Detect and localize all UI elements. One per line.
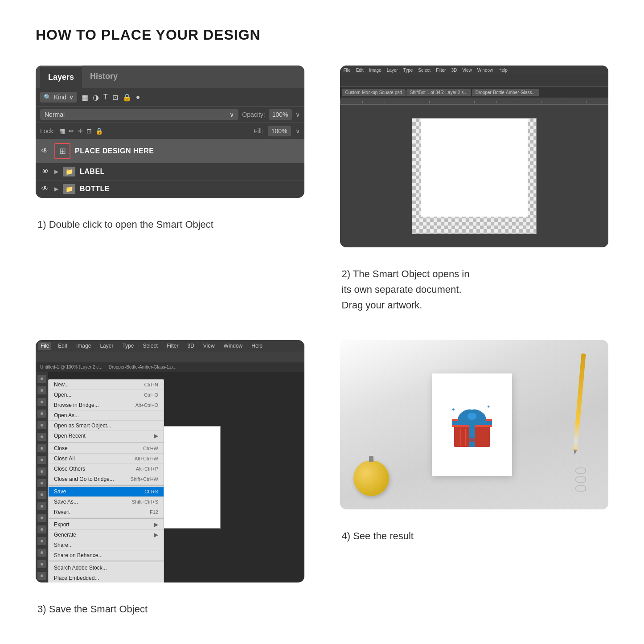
kind-dropdown[interactable]: 🔍 Kind ∨ (40, 92, 77, 103)
pixel-filter-icon[interactable]: ▦ (82, 93, 88, 102)
fm-tab-dropper[interactable]: Dropper-Bottle-Amber-Glass-1.p... (106, 364, 179, 370)
menu-item-label: Share on Behance... (54, 552, 103, 558)
tool-pen[interactable] (37, 514, 46, 522)
fm-menu-help[interactable]: Help (249, 342, 265, 350)
menu-image[interactable]: Image (369, 68, 381, 73)
menu-edit[interactable]: Edit (356, 68, 364, 73)
menu-select[interactable]: Select (418, 68, 431, 73)
fm-menu-select[interactable]: Select (140, 342, 160, 350)
menu-3d[interactable]: 3D (451, 68, 457, 73)
tool-move[interactable] (37, 375, 46, 383)
tool-brush[interactable] (37, 444, 46, 452)
fm-menu-image[interactable]: Image (74, 342, 93, 350)
lock-move-icon[interactable]: ✛ (78, 127, 83, 135)
fm-tab-untitled[interactable]: Untitled-1 @ 100% (Layer 2 c... (37, 364, 105, 370)
paperclip-2 (575, 476, 586, 483)
layer-item-bottle[interactable]: 👁 ▶ 📁 BOTTLE (36, 180, 304, 198)
layers-panel: Layers History 🔍 Kind ∨ ▦ ◑ T ⊡ � (36, 66, 304, 198)
eye-icon-layer2[interactable]: 👁 (40, 167, 50, 176)
lock-pixels-icon[interactable]: ▦ (59, 127, 65, 135)
menu-file[interactable]: File (344, 68, 351, 73)
tool-heal[interactable] (37, 433, 46, 441)
menu-window[interactable]: Window (477, 68, 493, 73)
layer-item-label[interactable]: 👁 ▶ 📁 LABEL (36, 163, 304, 180)
menu-item-open-recent[interactable]: Open Recent ▶ (49, 431, 164, 441)
menu-item-close-others[interactable]: Close Others Alt+Ctrl+P (49, 464, 164, 474)
tool-crop[interactable] (37, 410, 46, 418)
menu-item-close-all[interactable]: Close All Alt+Ctrl+W (49, 454, 164, 464)
lock-paint-icon[interactable]: ✏ (69, 127, 74, 135)
fm-menu-type[interactable]: Type (120, 342, 136, 350)
menu-item-search-stock[interactable]: Search Adobe Stock... (49, 563, 164, 573)
tool-gradient[interactable] (37, 491, 46, 499)
eye-icon-layer3[interactable]: 👁 (40, 184, 50, 194)
history-tab[interactable]: History (82, 66, 126, 88)
menu-item-browse[interactable]: Browse in Bridge... Alt+Ctrl+O (49, 400, 164, 410)
menu-item-save[interactable]: Save Ctrl+S (49, 487, 164, 497)
layers-tab[interactable]: Layers (40, 66, 82, 88)
tool-type[interactable] (37, 525, 46, 533)
fm-menu-filter[interactable]: Filter (164, 342, 181, 350)
step-3-cell: File Edit Image Layer Type Select Filter… (36, 340, 304, 617)
menu-item-open-smart[interactable]: Open as Smart Object... (49, 421, 164, 431)
menu-item-open[interactable]: Open... Ctrl+O (49, 390, 164, 400)
tool-dodge[interactable] (37, 502, 46, 510)
fm-menu-window[interactable]: Window (222, 342, 245, 350)
opacity-label: Opacity: (242, 111, 265, 118)
filter-toggle-icon[interactable]: ● (136, 93, 140, 101)
tool-history-brush[interactable] (37, 468, 46, 476)
tool-zoom[interactable] (37, 572, 46, 580)
smart-filter-icon[interactable]: 🔒 (123, 93, 131, 102)
expand-arrow-layer3[interactable]: ▶ (54, 186, 58, 192)
tool-lasso[interactable] (37, 398, 46, 406)
lock-artboard-icon[interactable]: ⊡ (86, 127, 92, 135)
menu-item-close[interactable]: Close Ctrl+W (49, 443, 164, 454)
fill-value[interactable]: 100% (268, 126, 291, 136)
layers-tabs: Layers History (36, 66, 304, 88)
fm-menu-view[interactable]: View (201, 342, 217, 350)
menu-item-new[interactable]: New... Ctrl+N (49, 380, 164, 390)
tool-eraser[interactable] (37, 479, 46, 487)
layer-item-place-design[interactable]: 👁 ⊞ PLACE DESIGN HERE (36, 139, 304, 163)
lock-all-icon[interactable]: 🔒 (95, 127, 103, 135)
type-filter-icon[interactable]: T (103, 93, 108, 101)
menu-type[interactable]: Type (403, 68, 413, 73)
tool-select[interactable] (37, 386, 46, 394)
blend-mode-dropdown[interactable]: Normal ∨ (40, 109, 238, 120)
tool-eyedrop[interactable] (37, 421, 46, 429)
menu-help[interactable]: Help (498, 68, 508, 73)
shortcut-close-bridge: Shift+Ctrl+W (131, 476, 158, 482)
fm-menu-layer[interactable]: Layer (98, 342, 115, 350)
menu-layer[interactable]: Layer (387, 68, 398, 73)
eye-icon-layer1[interactable]: 👁 (40, 146, 50, 156)
ps-tab-dropper[interactable]: Dropper-Bottle-Amber-Glass... (472, 89, 539, 96)
menu-item-save-as[interactable]: Save As... Shift+Ctrl+S (49, 497, 164, 507)
menu-item-label: Save (54, 488, 66, 495)
tool-shape[interactable] (37, 549, 46, 557)
tool-clone[interactable] (37, 456, 46, 464)
menu-item-close-go-bridge[interactable]: Close and Go to Bridge... Shift+Ctrl+W (49, 474, 164, 484)
menu-item-open-as[interactable]: Open As... (49, 410, 164, 421)
menu-item-share-behance[interactable]: Share on Behance... (49, 550, 164, 561)
menu-item-export[interactable]: Export ▶ (49, 520, 164, 530)
expand-arrow-layer2[interactable]: ▶ (54, 168, 58, 175)
menu-item-label: Open Recent (54, 433, 86, 439)
ps-tab-mockup[interactable]: Custom-Mockup-Square.psd (342, 89, 406, 96)
opacity-value[interactable]: 100% (269, 109, 292, 120)
shape-filter-icon[interactable]: ⊡ (112, 93, 118, 102)
fm-menu-edit[interactable]: Edit (56, 342, 70, 350)
menu-item-place-embedded[interactable]: Place Embedded... (49, 573, 164, 582)
card-paper: ✦ ✦ ✦ (432, 373, 512, 476)
menu-filter[interactable]: Filter (436, 68, 446, 73)
tool-path-select[interactable] (37, 537, 46, 545)
fm-menu-3d[interactable]: 3D (185, 342, 196, 350)
shortcut-revert: F12 (150, 509, 158, 515)
menu-item-revert[interactable]: Revert F12 (49, 507, 164, 517)
fm-menu-file[interactable]: File (38, 342, 51, 350)
ps-tab-untitled[interactable]: ShiftBot 1 of 345: Layer 2 s... (406, 89, 471, 96)
menu-item-share[interactable]: Share... (49, 540, 164, 550)
menu-item-generate[interactable]: Generate ▶ (49, 530, 164, 540)
adjustment-filter-icon[interactable]: ◑ (93, 93, 99, 102)
tool-hand[interactable] (37, 560, 46, 568)
menu-view[interactable]: View (462, 68, 472, 73)
